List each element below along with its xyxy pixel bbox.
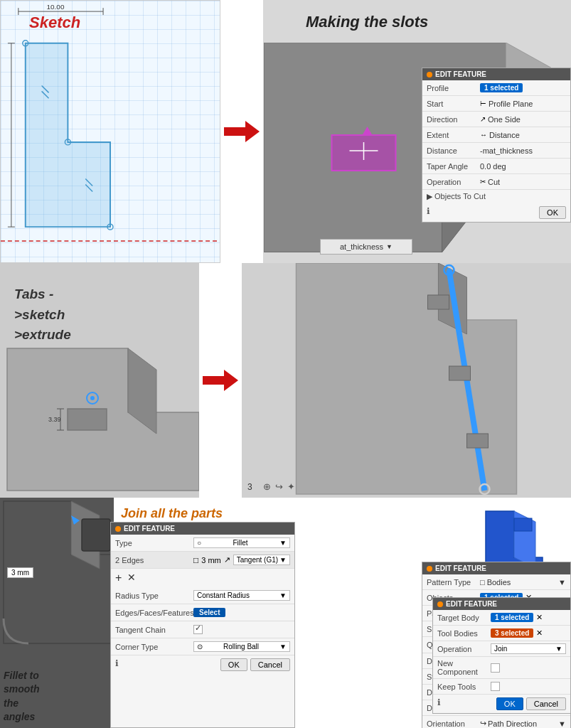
ef-tangent-value: Tangent (G1) <box>237 556 278 564</box>
direction-icon: ↗ <box>480 115 486 123</box>
join-label-line1: Join all the parts <box>121 506 223 520</box>
svg-rect-43 <box>82 519 110 551</box>
ef-dist-row: Distance -mat_thickness <box>422 143 570 159</box>
mid-arrow <box>199 263 242 498</box>
ef-profile-label: Profile <box>427 84 480 92</box>
ef-profile-badge[interactable]: 1 selected <box>480 83 523 92</box>
ef-tangent-chain-checkbox[interactable] <box>193 625 203 634</box>
edit-feature-panel-fillet: EDIT FEATURE Type ○ Fillet ▼ 2 Edges □ 3… <box>110 522 295 728</box>
ef-taper-label: Taper Angle <box>427 162 480 171</box>
ef-start-label: Start <box>427 100 480 108</box>
at-thickness-label: at_thickness <box>340 242 383 251</box>
ef-x-button[interactable]: ✕ <box>127 572 136 584</box>
ef-top-title: EDIT FEATURE <box>435 70 486 78</box>
toolbar-icon-1[interactable]: ⊕ <box>263 481 271 492</box>
tangent-chevron: ▼ <box>279 556 287 564</box>
ef-tangent-chain-label: Tangent Chain <box>115 626 193 634</box>
ef-select-button[interactable]: Select <box>193 608 225 617</box>
svg-point-31 <box>90 396 95 400</box>
ef-dist-label: Distance <box>427 146 480 155</box>
ef-fillet-dot-icon <box>115 526 121 532</box>
cut-icon: ✂ <box>480 178 486 186</box>
ef-extent-row: Extent ↔ Distance <box>422 127 570 143</box>
ef-extent-value: Distance <box>489 131 566 139</box>
ef-tool-bodies-row: Tool Bodies 3 selected ✕ <box>433 626 570 641</box>
ef-extent-label: Extent <box>427 131 480 139</box>
extent-icon: ↔ <box>480 131 487 139</box>
ef-objects-row[interactable]: ▶ Objects To Cut <box>422 190 570 203</box>
ef-taper-value: 0.0 deg <box>480 162 566 171</box>
toolbar-icon-2[interactable]: ↪ <box>275 481 283 492</box>
ef-target-x-icon[interactable]: ✕ <box>536 613 543 622</box>
ef-fillet-header: EDIT FEATURE <box>111 523 294 535</box>
ef-join-ok-button[interactable]: OK <box>496 697 523 710</box>
sketch-svg: 10.00 <box>1 1 220 262</box>
ef-join-operation-dropdown[interactable]: Join ▼ <box>491 643 566 654</box>
ef-keep-tools-row: Keep Tools <box>433 679 570 695</box>
ef-keep-tools-checkbox[interactable] <box>491 682 500 691</box>
ef-join-dot-icon <box>437 601 443 607</box>
edit-feature-panel-top: EDIT FEATURE Profile 1 selected Start ⊢ … <box>422 68 571 223</box>
ef-target-body-row: Target Body 1 selected ✕ <box>433 610 570 626</box>
ef-pattern-type-value: □ Bodies ▼ <box>480 578 566 587</box>
fillet-label-line4: angles <box>4 711 35 722</box>
ef-plus-button[interactable]: + <box>115 572 122 584</box>
edit-feature-panel-join: EDIT FEATURE Target Body 1 selected ✕ To… <box>432 597 571 714</box>
at-thickness-bar[interactable]: at_thickness ▼ <box>320 239 412 255</box>
svg-text:10.00: 10.00 <box>47 3 65 11</box>
svg-marker-4 <box>26 43 110 227</box>
ef-join-cancel-button[interactable]: Cancel <box>526 697 566 710</box>
ef-tool-x-icon[interactable]: ✕ <box>536 628 543 638</box>
ef-join-operation-value: Join <box>494 645 507 653</box>
ef-corner-type-dropdown[interactable]: ⊙ Rolling Ball ▼ <box>193 641 290 652</box>
ef-target-body-badge[interactable]: 1 selected <box>491 613 533 622</box>
ef-corner-type-value: Rolling Ball <box>223 643 259 651</box>
tabs-left-panel: Tabs - >sketch >extrude >pattern 3.39 <box>0 263 199 498</box>
ef-mid-header: EDIT FEATURE <box>422 562 570 574</box>
ef-edges-faces-row: Edges/Faces/Features Select <box>111 604 294 621</box>
ef-new-component-checkbox[interactable] <box>491 663 500 673</box>
svg-marker-32 <box>297 263 517 494</box>
fillet-label: Fillet to smooth the angles <box>4 669 40 724</box>
tabs-line3: >extrude <box>14 327 71 342</box>
ef-fillet-ok-button[interactable]: OK <box>220 658 247 671</box>
ef-start-row: Start ⊢ Profile Plane <box>422 96 570 112</box>
ef-fillet-type-value: Fillet <box>233 539 248 547</box>
profile-plane-icon: ⊢ <box>480 100 486 107</box>
mid-red-arrow-icon <box>203 370 238 391</box>
ef-tangent-dropdown[interactable]: Tangent (G1) ▼ <box>233 555 290 565</box>
slots-label: Making the slots <box>306 13 428 31</box>
toolbar-icon-3[interactable]: ✦ <box>287 481 295 492</box>
fillet-label-line2: smooth <box>4 683 40 695</box>
svg-rect-39 <box>449 366 471 380</box>
sketch-panel: 10.00 Sketch <box>0 0 220 263</box>
svg-point-36 <box>447 268 452 272</box>
ef-fillet-type-label: Type <box>115 539 193 547</box>
sketch-label: Sketch <box>29 14 80 32</box>
info-icon-join: ℹ <box>437 697 441 710</box>
mid-3d-panel: 3 ⊕ ↪ ✦ <box>242 263 571 498</box>
pattern-type-chevron: ▼ <box>558 578 566 587</box>
ef-top-ok-button[interactable]: OK <box>539 206 566 219</box>
ef-fillet-type-row: Type ○ Fillet ▼ <box>111 535 294 552</box>
ef-tool-bodies-badge[interactable]: 3 selected <box>491 628 533 638</box>
svg-rect-38 <box>428 295 449 309</box>
ef-operation-row: Operation ✂ Cut <box>422 174 570 190</box>
ef-radius-type-row: Radius Type Constant Radius ▼ <box>111 587 294 604</box>
join-op-chevron: ▼ <box>555 645 562 653</box>
ef-objects-label: Objects To Cut <box>434 192 486 200</box>
ef-join-header: EDIT FEATURE <box>433 598 570 610</box>
ef-radius-type-dropdown[interactable]: Constant Radius ▼ <box>193 590 290 601</box>
ef-top-header: EDIT FEATURE <box>422 68 570 80</box>
mid-section: Tabs - >sketch >extrude >pattern 3.39 <box>0 263 571 498</box>
fillet-3mm-tag: 3 mm <box>7 567 33 578</box>
svg-rect-47 <box>514 518 532 531</box>
mid-toolbar: ⊕ ↪ ✦ <box>263 481 295 492</box>
ef-join-title: EDIT FEATURE <box>446 600 497 608</box>
ef-fillet-type-dropdown[interactable]: ○ Fillet ▼ <box>193 537 290 548</box>
ef-2edges-label: 2 Edges <box>115 556 193 564</box>
ef-fillet-cancel-button[interactable]: Cancel <box>250 658 290 671</box>
ef-join-operation-row: Operation Join ▼ <box>433 641 570 657</box>
rolling-ball-icon: ⊙ <box>197 643 203 651</box>
ef-start-value: Profile Plane <box>489 100 566 108</box>
